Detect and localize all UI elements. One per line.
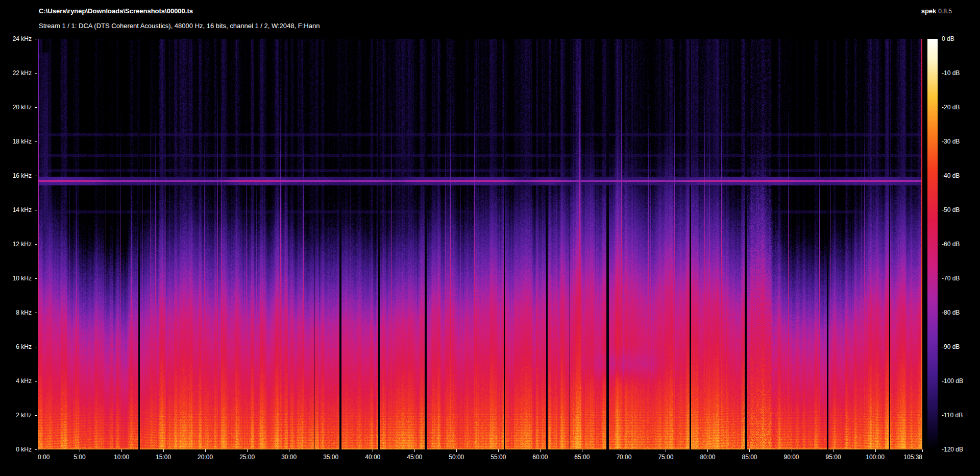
db-tick-label: -30 dB: [942, 138, 960, 145]
db-tick-label: -90 dB: [942, 343, 960, 350]
db-tick-label: -110 dB: [942, 412, 963, 419]
time-tick-label: 55:00: [491, 454, 506, 461]
time-tick-mark: [875, 449, 876, 452]
time-tick-mark: [205, 449, 206, 452]
freq-tick-label: 22 kHz: [13, 69, 32, 77]
freq-tick-label: 24 kHz: [13, 35, 32, 42]
time-tick-mark: [456, 449, 457, 452]
time-tick-mark: [749, 449, 750, 452]
time-tick-label: 40:00: [365, 454, 380, 461]
time-tick-label: 15:00: [156, 454, 171, 461]
time-tick-label: 95:00: [826, 454, 841, 461]
freq-tick-label: 6 kHz: [16, 343, 32, 350]
time-tick-mark: [624, 449, 624, 452]
time-tick-mark: [373, 449, 373, 452]
freq-tick-mark: [35, 210, 37, 210]
time-tick-label: 85:00: [742, 454, 757, 461]
db-tick-label: -40 dB: [942, 172, 960, 179]
freq-tick-mark: [35, 313, 37, 313]
time-tick-mark: [38, 449, 38, 452]
time-tick-mark: [331, 449, 331, 452]
db-tick-label: -100 dB: [942, 377, 963, 385]
legend-gradient: [927, 39, 938, 449]
time-tick-mark: [792, 449, 792, 452]
freq-tick-label: 8 kHz: [16, 309, 32, 316]
freq-tick-label: 4 kHz: [16, 377, 32, 385]
app-name: spek: [921, 7, 937, 15]
time-tick-label: 35:00: [323, 454, 338, 461]
time-tick-mark: [834, 449, 834, 452]
db-tick-label: -70 dB: [942, 275, 960, 282]
time-tick-label: 80:00: [700, 454, 715, 461]
freq-tick-mark: [35, 107, 37, 108]
time-tick-label: 100:00: [866, 454, 885, 461]
time-tick-label: 105:38: [903, 454, 922, 461]
plot-area: [38, 39, 922, 449]
freq-tick-mark: [35, 73, 37, 74]
time-tick-label: 60:00: [532, 454, 548, 461]
app-badge: spek0.8.5: [921, 7, 952, 15]
time-tick-label: 5:00: [74, 454, 85, 461]
freq-tick-mark: [35, 347, 37, 347]
spectrogram-canvas: [38, 39, 922, 449]
db-tick-label: -80 dB: [942, 309, 960, 316]
db-tick-label: -120 dB: [942, 446, 963, 453]
time-tick-label: 75:00: [658, 454, 673, 461]
time-tick-mark: [707, 449, 708, 452]
db-tick-label: -60 dB: [942, 241, 960, 248]
time-tick-mark: [540, 449, 541, 452]
db-tick-label: -10 dB: [942, 69, 960, 77]
stream-info: Stream 1 / 1: DCA (DTS Coherent Acoustic…: [39, 22, 320, 30]
file-path: C:\Users\rynep\Downloads\Screenshots\000…: [39, 7, 193, 15]
time-tick-label: 30:00: [281, 454, 297, 461]
freq-tick-mark: [35, 39, 37, 39]
time-tick-label: 65:00: [574, 454, 590, 461]
time-tick-mark: [666, 449, 666, 452]
freq-tick-label: 10 kHz: [13, 275, 32, 282]
freq-tick-label: 12 kHz: [13, 241, 32, 248]
time-tick-mark: [414, 449, 415, 452]
freq-tick-mark: [35, 449, 37, 450]
freq-tick-mark: [35, 176, 37, 176]
db-tick-label: -50 dB: [942, 206, 960, 213]
freq-tick-mark: [35, 415, 37, 416]
time-tick-label: 50:00: [449, 454, 464, 461]
db-tick-label: 0 dB: [942, 35, 954, 42]
time-tick-label: 45:00: [407, 454, 422, 461]
time-tick-label: 70:00: [616, 454, 631, 461]
freq-tick-mark: [35, 244, 37, 245]
time-tick-mark: [80, 449, 80, 452]
time-tick-mark: [121, 449, 122, 452]
time-axis: 0:005:0010:0015:0020:0025:0030:0035:0040…: [38, 449, 922, 463]
db-axis: 0 dB-10 dB-20 dB-30 dB-40 dB-50 dB-60 dB…: [927, 39, 980, 449]
time-tick-mark: [289, 449, 289, 452]
freq-tick-label: 16 kHz: [13, 172, 32, 179]
time-tick-mark: [247, 449, 248, 452]
time-tick-mark: [163, 449, 164, 452]
time-tick-label: 90:00: [784, 454, 799, 461]
time-tick-mark: [498, 449, 499, 452]
freq-tick-label: 14 kHz: [13, 206, 32, 213]
time-tick-mark: [582, 449, 582, 452]
freq-tick-label: 2 kHz: [16, 412, 32, 419]
freq-tick-label: 0 kHz: [16, 446, 32, 453]
time-tick-label: 25:00: [239, 454, 255, 461]
frequency-axis: 24 kHz22 kHz20 kHz18 kHz16 kHz14 kHz12 k…: [0, 39, 38, 449]
freq-tick-mark: [35, 381, 37, 382]
time-tick-label: 0:00: [38, 454, 50, 461]
freq-tick-label: 20 kHz: [13, 104, 32, 111]
time-tick-label: 10:00: [114, 454, 129, 461]
freq-tick-mark: [35, 278, 37, 279]
time-tick-label: 20:00: [198, 454, 213, 461]
db-tick-label: -20 dB: [942, 104, 960, 111]
freq-tick-label: 18 kHz: [13, 138, 32, 145]
app-version: 0.8.5: [938, 8, 952, 15]
time-tick-mark: [922, 449, 923, 452]
freq-tick-mark: [35, 141, 37, 142]
